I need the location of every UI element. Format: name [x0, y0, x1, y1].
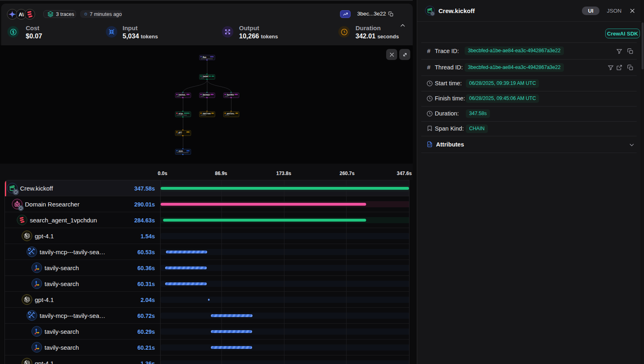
svg-text:claude-3.7-sonnet: claude-3.7-sonnet — [203, 113, 211, 115]
svg-text:Crew.kickoff: Crew.kickoff — [203, 75, 208, 78]
svg-text:Data Analyst: Data Analyst — [203, 94, 210, 96]
svg-text:gpt-4.1: gpt-4.1 — [179, 131, 182, 133]
svg-text:Run: Run — [203, 56, 206, 58]
svg-text:Report Writer: Report Writer — [227, 94, 234, 96]
svg-text:Domain Resear...: Domain Resear... — [179, 94, 186, 96]
svg-text:gemini-2.5-pro-p...: gemini-2.5-pro-p... — [227, 113, 235, 115]
svg-text:analyze-webs...: analyze-webs... — [179, 150, 183, 152]
svg-text:search_agen...: search_agen... — [179, 113, 183, 115]
